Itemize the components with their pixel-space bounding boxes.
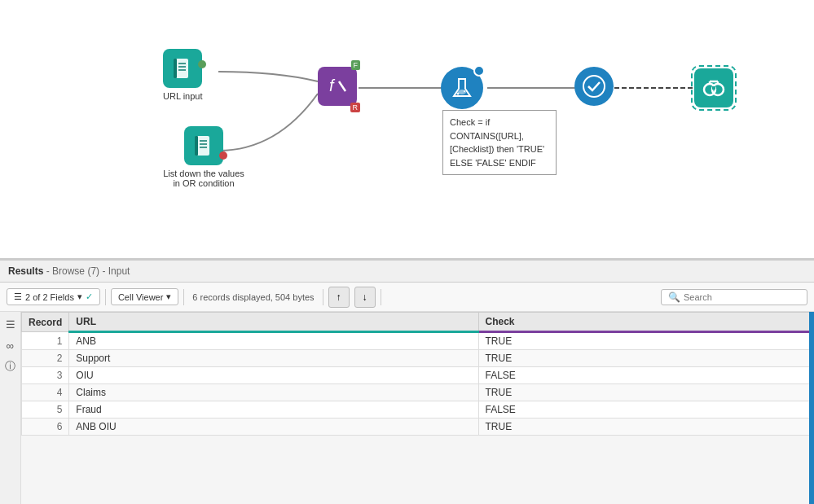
cell-viewer-label: Cell Viewer: [118, 292, 163, 302]
results-content: ☰ ∞ ⓘ Record URL Check 1ANBTRUE2SupportT…: [0, 312, 814, 504]
svg-text:f: f: [329, 77, 336, 94]
results-header: Results - Browse (7) - Input: [0, 261, 814, 283]
cell-check: FALSE: [478, 367, 813, 384]
table-row: 6ANB OIUTRUE: [22, 419, 814, 436]
list-down-label: List down the values in OR condition: [163, 169, 244, 188]
table-body: 1ANBTRUE2SupportTRUE3OIUFALSE4ClaimsTRUE…: [22, 332, 814, 436]
scroll-up-button[interactable]: ↑: [328, 287, 350, 308]
records-info: 6 records displayed, 504 bytes: [189, 292, 317, 302]
sidebar-info-icon[interactable]: ⓘ: [3, 359, 18, 374]
results-toolbar: ☰ 2 of 2 Fields ▾ ✓ Cell Viewer ▾ 6 reco…: [0, 283, 814, 312]
left-sidebar: ☰ ∞ ⓘ: [0, 312, 21, 504]
url-input-node[interactable]: URL input: [163, 49, 203, 101]
port-f: [198, 60, 206, 68]
check-node[interactable]: [574, 67, 614, 106]
search-icon: 🔍: [668, 291, 680, 303]
cell-url: Support: [69, 350, 478, 367]
cell-check: FALSE: [478, 401, 813, 419]
svg-point-18: [583, 76, 605, 97]
fields-chevron-icon: ▾: [77, 291, 82, 302]
formula-node[interactable]: f F R: [318, 67, 357, 106]
fields-label: 2 of 2 Fields: [25, 292, 74, 302]
cell-viewer-chevron-icon: ▾: [166, 291, 171, 302]
scrollbar-indicator[interactable]: [809, 312, 814, 504]
cell-record: 3: [22, 367, 69, 384]
scroll-down-button[interactable]: ↓: [354, 287, 376, 308]
workflow-connections: [0, 0, 814, 258]
checkmark-icon2: ✓: [86, 291, 93, 302]
binoculars-icon: [702, 76, 726, 100]
toolbar-separator-1: [105, 289, 106, 305]
list-down-node[interactable]: List down the values in OR condition: [163, 126, 244, 188]
cell-check: TRUE: [478, 350, 813, 367]
col-url: URL: [69, 313, 478, 332]
toolbar-separator-3: [323, 289, 323, 305]
cell-url: ANB: [69, 332, 478, 350]
cell-viewer-button[interactable]: Cell Viewer ▾: [111, 288, 178, 305]
cell-url: Claims: [69, 384, 478, 401]
col-record: Record: [22, 313, 69, 332]
cell-url: Fraud: [69, 401, 478, 419]
cell-check: TRUE: [478, 384, 813, 401]
book2-icon: [191, 134, 216, 158]
cell-record: 2: [22, 350, 69, 367]
book-icon: [170, 56, 195, 81]
formula-text: Check = if CONTAINS([URL], [Checklist]) …: [450, 117, 544, 168]
svg-point-17: [464, 90, 465, 92]
table-row: 4ClaimsTRUE: [22, 384, 814, 401]
table-row: 1ANBTRUE: [22, 332, 814, 350]
results-panel: Results - Browse (7) - Input ☰ 2 of 2 Fi…: [0, 261, 814, 504]
col-check: Check: [478, 313, 813, 332]
fields-selector-button[interactable]: ☰ 2 of 2 Fields ▾ ✓: [7, 288, 100, 305]
results-sub: - Browse (7) - Input: [46, 265, 130, 277]
cell-url: ANB OIU: [69, 419, 478, 436]
lab-node[interactable]: [441, 67, 483, 109]
cell-check: TRUE: [478, 419, 813, 436]
search-box[interactable]: 🔍: [661, 289, 807, 305]
svg-point-16: [457, 93, 460, 95]
table-row: 3OIUFALSE: [22, 367, 814, 384]
svg-point-15: [458, 90, 466, 94]
down-arrow-icon: ↓: [363, 291, 367, 303]
formula-text-box: Check = if CONTAINS([URL], [Checklist]) …: [442, 110, 557, 175]
port-r: [219, 151, 227, 160]
svg-rect-21: [712, 86, 715, 90]
table-row: 5FraudFALSE: [22, 401, 814, 419]
sidebar-table-icon[interactable]: ☰: [3, 317, 18, 331]
search-input[interactable]: [684, 292, 798, 302]
flask-icon: [450, 76, 474, 100]
table-header-row: Record URL Check: [22, 313, 814, 332]
fields-icon: ☰: [14, 291, 22, 302]
cell-record: 5: [22, 401, 69, 419]
up-arrow-icon: ↑: [337, 291, 341, 303]
svg-rect-4: [174, 59, 177, 78]
cell-check: TRUE: [478, 332, 813, 350]
sidebar-link-icon[interactable]: ∞: [3, 338, 18, 353]
cell-url: OIU: [69, 367, 478, 384]
toolbar-separator-2: [183, 289, 184, 305]
cell-record: 4: [22, 384, 69, 401]
svg-line-14: [339, 81, 345, 91]
table-container: Record URL Check 1ANBTRUE2SupportTRUE3OI…: [21, 312, 814, 504]
checkmark-icon: [582, 74, 606, 99]
browse-node[interactable]: [691, 65, 737, 111]
toolbar-separator-4: [381, 289, 381, 305]
svg-rect-9: [195, 136, 198, 156]
url-input-label: URL input: [163, 91, 203, 101]
cell-record: 1: [22, 332, 69, 350]
results-table: Record URL Check 1ANBTRUE2SupportTRUE3OI…: [21, 312, 814, 436]
formula-icon: f: [326, 75, 349, 98]
table-row: 2SupportTRUE: [22, 350, 814, 367]
results-label: Results: [8, 265, 43, 277]
workflow-canvas: URL input List down the values in OR con…: [0, 0, 814, 261]
cell-record: 6: [22, 419, 69, 436]
